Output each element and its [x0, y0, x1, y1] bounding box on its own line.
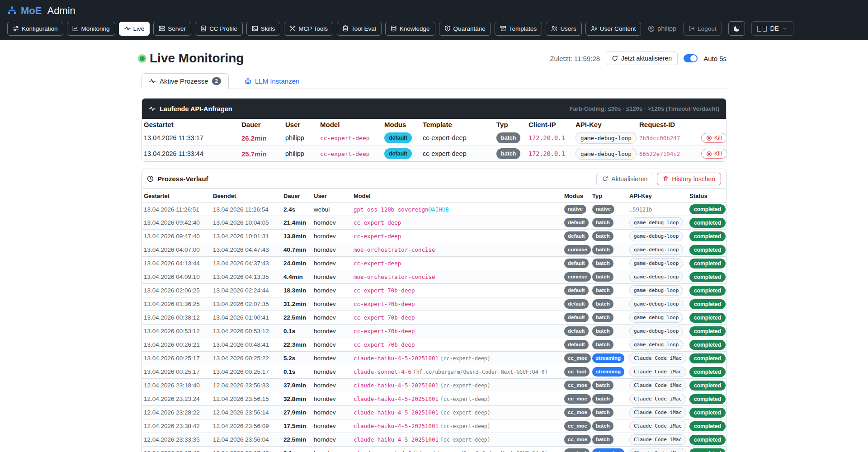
ended-cell: 12.04.2026 23:56:33 [211, 379, 282, 392]
nav-label: Skills [261, 25, 275, 32]
status-cell: completed [688, 406, 726, 419]
running-col-header [699, 119, 726, 130]
duration-cell: 5.2s [282, 352, 312, 365]
modus-badge: default [384, 132, 412, 143]
status-badge: completed [689, 313, 726, 323]
started-cell: 13.04.2026 00:25:17 [142, 365, 211, 379]
status-badge: completed [689, 367, 726, 377]
typ-badge: streaming [592, 367, 624, 377]
nav-quarant-ne[interactable]: Quarantäne [439, 22, 491, 36]
ended-cell: 12.04.2026 23:56:09 [211, 419, 282, 433]
nav-server[interactable]: Server [153, 22, 191, 36]
typ-badge: batch [592, 435, 613, 444]
user-cell: horndev [312, 352, 352, 365]
theme-toggle-button[interactable] [728, 21, 745, 36]
pulse-icon [149, 105, 156, 112]
model-cell: claude-sonnet-4-6 (hf.co/ubergarm/Qwen3-… [352, 447, 562, 452]
history-col-header: Modus [562, 189, 590, 203]
started-cell: 13.04.2026 09:42:40 [142, 216, 211, 230]
last-update-text: Zuletzt: 11:59:28 [550, 55, 600, 62]
modus-badge: concise [564, 245, 591, 254]
nav-label: Templates [509, 25, 537, 32]
running-col-header: Modus [382, 119, 421, 130]
chart-icon [72, 25, 79, 32]
history-row: 13.04.2026 00:26:2113.04.2026 00:48:4122… [142, 338, 726, 352]
started-cell: 13.04.2026 04:09:10 [142, 270, 211, 284]
color-coding-legend: Farb-Coding: ≤30s · ≤120s · >120s (Timeo… [569, 105, 719, 112]
modus-cell: default [562, 338, 590, 352]
nav-templates[interactable]: Templates [495, 22, 542, 36]
status-cell: completed [688, 257, 726, 270]
nav-skills[interactable]: Skills [246, 22, 281, 36]
api-key-cell: Claude Code iMac [627, 447, 688, 452]
history-row: 13.04.2026 01:36:2513.04.2026 02:07:3531… [142, 297, 726, 311]
history-row: 13.04.2026 09:42:4013.04.2026 10:04:0521… [142, 216, 726, 230]
api-key-cell: game-debug-loop [574, 146, 637, 162]
typ-badge: batch [592, 326, 613, 336]
nav-user-content[interactable]: User Content [585, 22, 642, 36]
modus-cell: cc_moe [562, 392, 590, 406]
model-cell: cc-expert-deep [352, 230, 562, 243]
started-cell: 12.04.2026 23:23:24 [142, 392, 211, 406]
duration-cell: 2.4s [282, 203, 312, 216]
nav-tool-eval[interactable]: Tool Eval [337, 22, 382, 36]
started-cell: 12.04.2026 23:33:35 [142, 433, 211, 447]
running-col-header: Gestartet [142, 119, 240, 130]
user-cell: horndev [312, 338, 352, 352]
duration-cell: 22.5min [282, 311, 312, 325]
nav-users[interactable]: Users [546, 22, 581, 36]
modus-cell: concise [562, 270, 590, 284]
tab-label: Aktive Prozesse [160, 77, 208, 85]
modus-cell: cc_tool [562, 365, 590, 379]
language-selector[interactable]: DE [751, 21, 793, 36]
refresh-now-button[interactable]: Jetzt aktualisieren [606, 52, 678, 65]
nav-cc-profile[interactable]: CC Profile [195, 22, 243, 36]
logout-button[interactable]: Logout [683, 22, 722, 36]
status-badge: completed [689, 394, 726, 404]
tab-aktive-prozesse[interactable]: Aktive Prozesse2 [142, 73, 229, 89]
modus-badge: default [384, 148, 412, 159]
nav-label: Live [133, 25, 145, 32]
refresh-icon [612, 55, 618, 61]
nav-mcp-tools[interactable]: MCP Tools [284, 22, 333, 36]
duration-cell: 22.5min [282, 433, 312, 447]
typ-badge: batch [592, 408, 613, 417]
modus-badge: cc_moe [564, 421, 591, 431]
request-id-cell: 66522e7104c2 [637, 146, 699, 162]
user-cell: webui [312, 203, 352, 216]
request-id-cell: 7b3dcc00b247 [637, 130, 699, 146]
tab-llm-instanzen[interactable]: LLM Instanzen [237, 73, 307, 89]
nav-live[interactable]: Live [119, 22, 150, 36]
pulse-icon [124, 25, 131, 32]
duration-cell: 26.2min [240, 130, 283, 146]
history-row: 13.04.2026 09:47:4013.04.2026 10:01:3113… [142, 230, 726, 243]
nav-label: Tool Eval [351, 25, 376, 32]
kill-button[interactable]: Kill [701, 133, 726, 143]
status-cell: completed [688, 270, 726, 284]
history-refresh-button[interactable]: Aktualisieren [596, 173, 653, 185]
kill-button[interactable]: Kill [701, 149, 726, 159]
history-row: 12.04.2026 23:17:4312.04.2026 23:17:430.… [142, 447, 726, 452]
nav-monitoring[interactable]: Monitoring [67, 22, 115, 36]
typ-badge: batch [592, 272, 613, 282]
model-cell: cc-expert-70b-deep [352, 311, 562, 325]
status-cell: completed [688, 230, 726, 243]
nav-knowledge[interactable]: Knowledge [385, 22, 435, 36]
history-clear-button[interactable]: History löschen [657, 173, 721, 185]
started-cell: 13.04.2026 11:33:17 [142, 130, 240, 146]
history-col-header: Dauer [282, 189, 312, 203]
profile-icon [200, 25, 207, 32]
model-cell: claude-haiku-4-5-20251001 (cc-expert-dee… [352, 379, 562, 392]
typ-cell: batch [590, 243, 627, 257]
started-cell: 12.04.2026 23:28:22 [142, 406, 211, 419]
auto-refresh-toggle[interactable] [684, 54, 698, 62]
ended-cell: 12.04.2026 23:56:14 [211, 406, 282, 419]
database-icon [391, 25, 397, 32]
typ-badge: batch [592, 231, 613, 241]
nav-konfiguration[interactable]: Konfiguration [7, 22, 63, 36]
history-row: 12.04.2026 23:33:3512.04.2026 23:56:0422… [142, 433, 726, 447]
status-cell: completed [688, 379, 726, 392]
modus-badge: default [564, 259, 589, 268]
history-col-header: Typ [590, 189, 627, 203]
archive-icon [500, 25, 506, 32]
